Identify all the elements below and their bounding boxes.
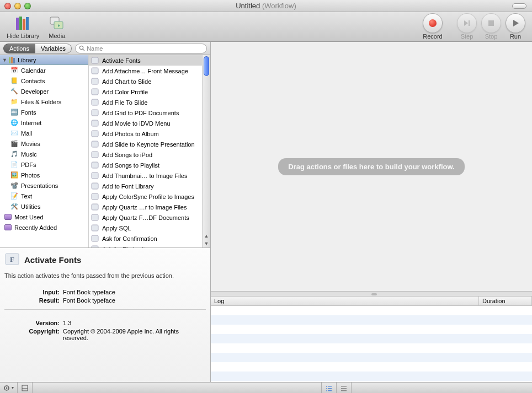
window-title: Untitled (Workflow): [0, 2, 532, 10]
action-item[interactable]: Add Chart to Slide: [89, 76, 202, 87]
close-window-button[interactable]: [4, 3, 11, 9]
action-icon: [91, 224, 100, 233]
svg-rect-22: [92, 152, 98, 158]
action-item[interactable]: Add Movie to iDVD Menu: [89, 118, 202, 128]
zoom-window-button[interactable]: [24, 3, 31, 9]
action-icon: [91, 77, 100, 86]
media-icon: [48, 15, 66, 31]
library-category[interactable]: 🎬Movies: [0, 138, 88, 149]
library-category[interactable]: 📽️Presentations: [0, 180, 88, 191]
action-label: Add Color Profile: [102, 89, 148, 95]
action-label: Add Attachme… Front Message: [102, 68, 188, 74]
category-label: Files & Folders: [21, 99, 61, 105]
detail-description: This action activates the fonts passed f…: [4, 272, 206, 279]
run-label: Run: [510, 33, 521, 40]
svg-rect-31: [92, 246, 98, 248]
action-item[interactable]: Add Songs to Playlist: [89, 160, 202, 170]
actions-scrollbar[interactable]: ▲ ▼: [202, 55, 210, 247]
action-item[interactable]: Add Color Profile: [89, 87, 202, 97]
action-item[interactable]: Add Songs to iPod: [89, 149, 202, 160]
action-item[interactable]: Apply SQL: [89, 223, 202, 233]
log-column-header[interactable]: Log: [211, 297, 479, 305]
svg-rect-7: [488, 20, 494, 26]
books-icon: [14, 15, 32, 31]
view-list-button[interactable]: [322, 383, 337, 393]
result-label: Result:: [4, 297, 60, 304]
view-flow-button[interactable]: [337, 383, 352, 393]
library-smart-folder[interactable]: Recently Added: [0, 222, 88, 233]
library-category[interactable]: 🔤Fonts: [0, 107, 88, 117]
search-icon: [79, 45, 85, 51]
action-icon: [91, 150, 100, 159]
library-smart-folder[interactable]: Most Used: [0, 212, 88, 222]
action-label: Add Songs to iPod: [102, 152, 152, 158]
svg-rect-21: [92, 141, 98, 147]
media-button[interactable]: Media: [48, 15, 66, 39]
svg-line-9: [83, 49, 84, 51]
search-input[interactable]: Name: [75, 44, 207, 53]
hide-library-button[interactable]: Hide Library: [7, 15, 39, 39]
scroll-up-icon[interactable]: ▲: [203, 232, 210, 240]
record-label: Record: [423, 33, 442, 40]
scrollbar-thumb[interactable]: [204, 56, 209, 76]
action-item[interactable]: Add File To Slide: [89, 97, 202, 107]
action-icon: [91, 67, 100, 76]
category-label: Developer: [21, 88, 49, 95]
library-category[interactable]: ✉️Mail: [0, 128, 88, 138]
library-category[interactable]: 🌐Internet: [0, 117, 88, 128]
library-header[interactable]: ▼ Library: [0, 55, 88, 65]
action-item[interactable]: Add Thumbnai… to Image Files: [89, 170, 202, 181]
library-category[interactable]: 🖼️Photos: [0, 170, 88, 180]
action-icon: [91, 161, 100, 170]
tab-actions[interactable]: Actions: [3, 44, 35, 53]
library-category[interactable]: 🔨Developer: [0, 86, 88, 96]
action-item[interactable]: Ask for Finder Items: [89, 244, 202, 247]
action-label: Add Grid to PDF Documents: [102, 110, 179, 116]
tab-actions-label: Actions: [9, 45, 29, 52]
tab-variables[interactable]: Variables: [35, 44, 72, 53]
category-label: Internet: [21, 120, 41, 126]
action-item[interactable]: Add Slide to Keynote Presentation: [89, 139, 202, 149]
action-label: Add Songs to Playlist: [102, 162, 159, 169]
library-category[interactable]: 🎵Music: [0, 149, 88, 159]
action-item[interactable]: Apply Quartz …r to Image Files: [89, 202, 202, 212]
action-item[interactable]: Add Photos to Album: [89, 128, 202, 139]
toolbar-toggle-button[interactable]: [512, 3, 526, 9]
workflow-canvas[interactable]: Drag actions or files here to build your…: [211, 42, 532, 291]
smart-folder-icon: [3, 223, 12, 232]
duration-column-header[interactable]: Duration: [479, 297, 532, 305]
action-item[interactable]: Apply ColorSync Profile to Images: [89, 191, 202, 202]
gear-menu-button[interactable]: ▾: [0, 383, 18, 393]
toggle-detail-button[interactable]: [18, 383, 33, 393]
library-category[interactable]: 📁Files & Folders: [0, 96, 88, 107]
library-category[interactable]: 🛠️Utilities: [0, 201, 88, 212]
action-item[interactable]: Activate Fonts: [89, 55, 202, 66]
library-category[interactable]: 📅Calendar: [0, 65, 88, 76]
log-splitter[interactable]: [211, 291, 532, 297]
action-label: Add Thumbnai… to Image Files: [102, 173, 187, 179]
step-button[interactable]: Step: [457, 13, 477, 40]
stop-button[interactable]: Stop: [481, 13, 501, 40]
action-item[interactable]: Add Grid to PDF Documents: [89, 107, 202, 118]
category-label: Photos: [21, 172, 40, 179]
action-item[interactable]: Add Attachme… Front Message: [89, 66, 202, 76]
action-item[interactable]: Ask for Confirmation: [89, 233, 202, 244]
category-icon: 🔤: [10, 108, 19, 117]
lines-icon: [340, 384, 348, 392]
copyright-label: Copyright:: [4, 328, 60, 341]
action-label: Ask for Confirmation: [102, 235, 157, 242]
action-item[interactable]: Add to Font Library: [89, 181, 202, 191]
scroll-down-icon[interactable]: ▼: [203, 240, 210, 247]
library-category[interactable]: 📄PDFs: [0, 159, 88, 170]
minimize-window-button[interactable]: [14, 3, 21, 9]
svg-rect-41: [328, 388, 332, 389]
action-item[interactable]: Apply Quartz F…DF Documents: [89, 212, 202, 223]
record-button[interactable]: Record: [423, 13, 443, 40]
action-icon: [91, 234, 100, 243]
svg-text:F: F: [10, 255, 14, 263]
input-label: Input:: [4, 289, 60, 295]
library-category[interactable]: 📒Contacts: [0, 76, 88, 86]
library-category[interactable]: 📝Text: [0, 191, 88, 201]
run-button[interactable]: Run: [506, 13, 525, 40]
log-rows: [211, 306, 532, 382]
